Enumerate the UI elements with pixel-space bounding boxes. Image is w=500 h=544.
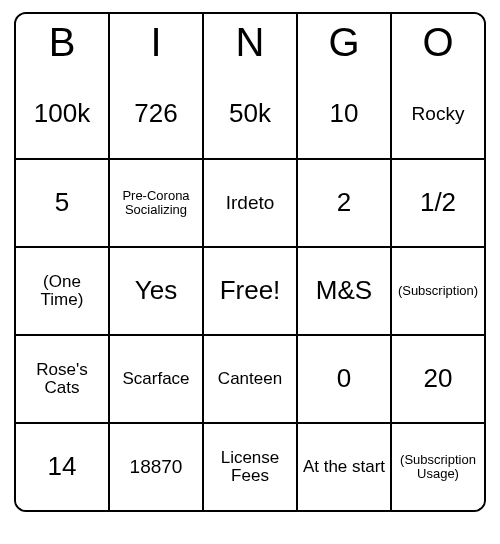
bingo-cell[interactable]: 18870 (108, 422, 202, 510)
bingo-cell[interactable]: 20 (390, 334, 484, 422)
grid-row: 14 18870 License Fees At the start (Subs… (16, 422, 484, 510)
bingo-cell[interactable]: 5 (16, 158, 108, 246)
grid-row: (One Time) Yes Free! M&S (Subscription) (16, 246, 484, 334)
bingo-header-row: B I N G O (16, 14, 484, 70)
bingo-cell[interactable]: Rocky (390, 70, 484, 158)
header-n: N (202, 14, 296, 70)
bingo-cell[interactable]: (Subscription) (390, 246, 484, 334)
header-g: G (296, 14, 390, 70)
bingo-cell[interactable]: Canteen (202, 334, 296, 422)
bingo-cell[interactable]: 0 (296, 334, 390, 422)
bingo-cell[interactable]: 100k (16, 70, 108, 158)
grid-row: Rose's Cats Scarface Canteen 0 20 (16, 334, 484, 422)
bingo-cell[interactable]: (One Time) (16, 246, 108, 334)
bingo-cell[interactable]: Yes (108, 246, 202, 334)
bingo-cell-free[interactable]: Free! (202, 246, 296, 334)
bingo-cell[interactable]: 2 (296, 158, 390, 246)
bingo-cell[interactable]: (Subscription Usage) (390, 422, 484, 510)
bingo-card: B I N G O 100k 726 50k 10 Rocky 5 Pre-Co… (14, 12, 486, 512)
bingo-cell[interactable]: Rose's Cats (16, 334, 108, 422)
header-o: O (390, 14, 484, 70)
grid-row: 100k 726 50k 10 Rocky (16, 70, 484, 158)
bingo-cell[interactable]: 14 (16, 422, 108, 510)
bingo-cell[interactable]: Pre-Corona Socializing (108, 158, 202, 246)
bingo-cell[interactable]: Scarface (108, 334, 202, 422)
bingo-cell[interactable]: 1/2 (390, 158, 484, 246)
header-i: I (108, 14, 202, 70)
bingo-cell[interactable]: 726 (108, 70, 202, 158)
bingo-cell[interactable]: License Fees (202, 422, 296, 510)
bingo-cell[interactable]: At the start (296, 422, 390, 510)
header-b: B (16, 14, 108, 70)
bingo-cell[interactable]: 10 (296, 70, 390, 158)
grid-row: 5 Pre-Corona Socializing Irdeto 2 1/2 (16, 158, 484, 246)
bingo-grid: 100k 726 50k 10 Rocky 5 Pre-Corona Socia… (16, 70, 484, 510)
bingo-cell[interactable]: M&S (296, 246, 390, 334)
bingo-cell[interactable]: 50k (202, 70, 296, 158)
bingo-cell[interactable]: Irdeto (202, 158, 296, 246)
